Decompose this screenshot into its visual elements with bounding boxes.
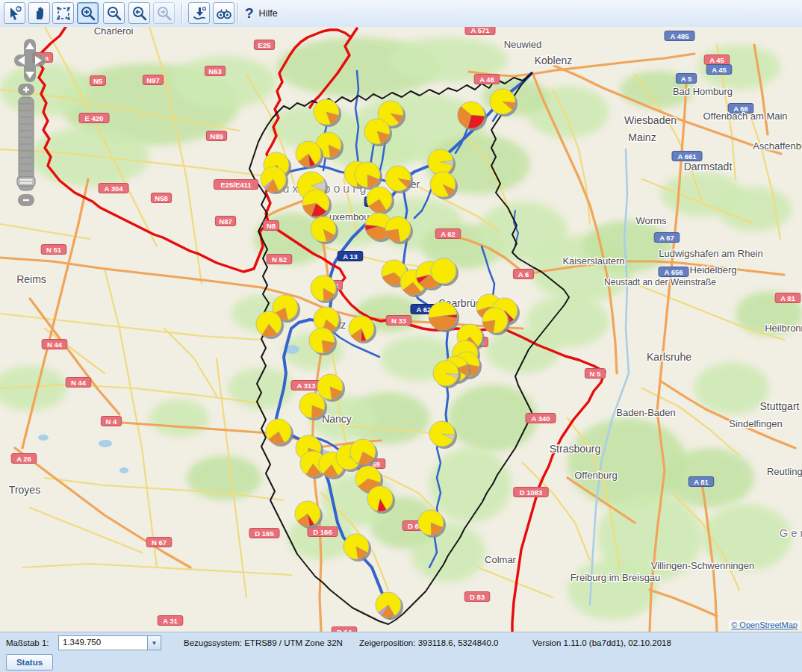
toolbar-separator xyxy=(237,3,238,23)
svg-text:N 44: N 44 xyxy=(71,379,87,387)
road-shield: A 5 xyxy=(676,74,696,84)
svg-text:A 81: A 81 xyxy=(694,478,709,486)
road-shield: A 656 xyxy=(659,267,688,277)
hand-icon xyxy=(31,5,48,22)
cursor-position-label: Zeigerposition: xyxy=(359,638,415,647)
city-label: Mainz xyxy=(628,131,656,143)
svg-text:N 51: N 51 xyxy=(46,246,62,254)
zoom-in-tool-button[interactable] xyxy=(77,2,99,24)
scale-value: 1.349.750 xyxy=(63,638,101,647)
svg-text:E25: E25 xyxy=(258,41,272,49)
city-label: Offenburg xyxy=(574,470,618,481)
road-shield: N 52 xyxy=(267,255,292,264)
svg-text:N8: N8 xyxy=(267,222,276,230)
city-label: Kaiserslautern xyxy=(562,255,624,267)
svg-text:A 656: A 656 xyxy=(665,268,683,276)
svg-text:A 48: A 48 xyxy=(479,75,494,84)
svg-text:A 340: A 340 xyxy=(532,414,550,423)
svg-text:N87: N87 xyxy=(219,217,231,225)
city-label: Sindelfingen xyxy=(729,418,783,429)
city-label: Heidelberg xyxy=(690,264,737,276)
svg-text:N 44: N 44 xyxy=(47,340,63,349)
road-shield: A 313 xyxy=(291,381,321,391)
status-bar: Maßstab 1: 1.349.750 ▼ Bezugssystem: ETR… xyxy=(0,632,802,653)
svg-text:D 165: D 165 xyxy=(255,529,274,538)
road-shield: A 67 xyxy=(654,233,680,243)
city-label: Aschaffenburg xyxy=(753,140,802,152)
city-label: Reutlingen xyxy=(767,466,802,477)
road-shield: D 83 xyxy=(464,592,490,602)
road-shield: A 45 xyxy=(704,55,730,65)
city-label: Troyes xyxy=(9,484,40,496)
city-label: Freiburg im Breisgau xyxy=(571,572,661,583)
city-label: Charleroi xyxy=(94,27,134,37)
osm-attribution-link[interactable]: © OpenStreetMap xyxy=(729,620,800,629)
road-shield: D 1083 xyxy=(514,488,548,497)
scale-dropdown-button[interactable]: ▼ xyxy=(147,636,161,650)
road-shield: N 4 xyxy=(101,417,121,426)
crs-value: ETRS89 / UTM Zone 32N xyxy=(244,638,343,647)
svg-text:A 26: A 26 xyxy=(16,455,31,463)
download-tool-button[interactable] xyxy=(188,2,210,24)
svg-text:A 13: A 13 xyxy=(343,252,358,261)
pan-tool-button[interactable] xyxy=(28,2,50,24)
status-panel-button[interactable]: Status xyxy=(6,654,53,671)
road-shield: A 304 xyxy=(99,184,128,193)
scale-select[interactable]: 1.349.750 ▼ xyxy=(58,635,161,650)
search-tool-button[interactable] xyxy=(213,2,234,24)
city-label: Ludwigshafen am Rhein xyxy=(659,248,762,259)
svg-text:A 6: A 6 xyxy=(518,270,529,279)
svg-text:E25/E411: E25/E411 xyxy=(220,181,252,189)
road-shield: A 31 xyxy=(158,616,183,626)
svg-text:N58: N58 xyxy=(155,194,167,202)
zoom-out-tool-button[interactable] xyxy=(103,2,125,24)
road-shield: E25 xyxy=(254,40,274,50)
road-shield: N 44 xyxy=(66,378,91,388)
svg-text:A 45: A 45 xyxy=(712,66,727,74)
map-canvas[interactable]: A 485A 45A 45A 5A 66A 661A 67A 656A 81A … xyxy=(0,27,802,632)
svg-text:D 166: D 166 xyxy=(313,528,332,536)
zoom-slider-handle[interactable] xyxy=(17,177,35,186)
road-shield: A 571 xyxy=(465,27,495,35)
city-label: Koblenz xyxy=(535,55,573,66)
road-shield: E25/E411 xyxy=(214,180,258,190)
road-shield: A 485 xyxy=(665,31,694,41)
city-label: Nancy xyxy=(322,413,352,425)
zoom-extent-tool-button[interactable] xyxy=(52,2,74,24)
road-shield: A 48 xyxy=(474,75,500,84)
road-shield: N8 xyxy=(264,221,279,231)
help-button[interactable]: ? Hilfe xyxy=(245,0,278,27)
road-shield: D 165 xyxy=(249,529,279,538)
svg-text:N5: N5 xyxy=(93,77,103,85)
road-shield: N 5 xyxy=(585,369,605,379)
road-shield: A 340 xyxy=(526,414,556,423)
city-label: Worms xyxy=(636,215,667,226)
svg-text:N63: N63 xyxy=(208,67,221,75)
city-label: Neuwied xyxy=(504,39,542,50)
road-shield: A 13 xyxy=(338,252,363,261)
road-shield: N 33 xyxy=(386,316,411,326)
svg-text:N 67: N 67 xyxy=(152,538,167,547)
magnifier-forward-icon xyxy=(156,5,172,22)
map-base-layer: A 485A 45A 45A 5A 66A 661A 67A 656A 81A … xyxy=(0,27,802,632)
svg-text:A 31: A 31 xyxy=(163,617,178,625)
bottom-bar: Status xyxy=(0,653,802,672)
zoom-previous-tool-button[interactable] xyxy=(128,2,150,24)
city-label: Neustadt an der Weinstraße xyxy=(604,277,716,287)
svg-text:A 313: A 313 xyxy=(297,382,316,390)
magnifier-minus-icon xyxy=(106,5,122,22)
help-label: Hilfe xyxy=(259,8,278,19)
city-label: Baden-Baden xyxy=(616,407,676,418)
svg-text:A 62: A 62 xyxy=(441,230,456,238)
identify-cursor-tool-button[interactable]: i xyxy=(4,2,25,24)
svg-text:E 420: E 420 xyxy=(85,114,104,122)
cursor-info-icon: i xyxy=(7,5,23,22)
city-label: Villingen-Schwenningen xyxy=(651,560,755,571)
version-text: Version 1.11.0 (ba7dd1), 02.10.2018 xyxy=(532,638,671,647)
road-shield: A 26 xyxy=(11,454,37,464)
chevron-down-icon: ▼ xyxy=(152,640,158,647)
crs-label: Bezugssystem: xyxy=(184,638,242,647)
road-shield: N 51 xyxy=(41,245,66,255)
svg-text:A 571: A 571 xyxy=(471,27,491,34)
svg-text:N 52: N 52 xyxy=(272,255,287,264)
